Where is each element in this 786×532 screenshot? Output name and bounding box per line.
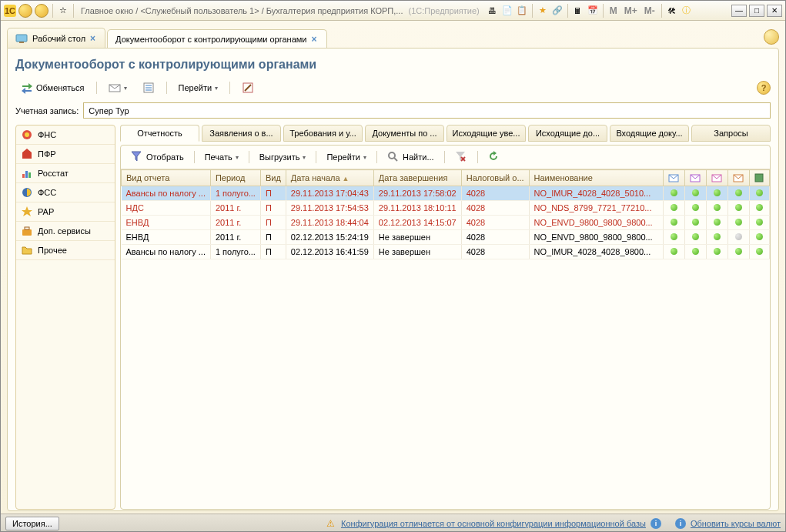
table-row[interactable]: НДС2011 г.П29.11.2013 17:54:5329.11.2013… <box>122 201 770 216</box>
calc-icon[interactable]: 🖩 <box>572 5 584 17</box>
svg-rect-12 <box>22 152 32 159</box>
minimize-button[interactable]: — <box>731 5 747 17</box>
desktop-icon <box>15 32 28 45</box>
table-row[interactable]: ЕНВД2011 г.П02.12.2013 15:24:19Не заверш… <box>122 230 770 245</box>
status-dot <box>756 248 763 255</box>
goto-button[interactable]: Перейти▾ <box>173 81 224 95</box>
subtab-documents[interactable]: Документы по ... <box>365 125 444 142</box>
col-report-type[interactable]: Вид отчета <box>122 170 211 186</box>
data-grid[interactable]: Вид отчета Период Вид Дата начала▲ Дата … <box>121 169 770 509</box>
tab-desktop[interactable]: Рабочий стол × <box>7 28 105 48</box>
status-dot <box>692 204 699 211</box>
sidebar-item-rosstat[interactable]: Росстат <box>16 164 115 183</box>
col-date-start[interactable]: Дата начала▲ <box>286 170 373 186</box>
update-rates-link[interactable]: Обновить курсы валют <box>691 519 781 528</box>
mail-button[interactable]: ▾ <box>103 79 132 96</box>
sidebar-item-services[interactable]: Доп. сервисы <box>16 222 115 241</box>
subtab-reports[interactable]: Отчетность <box>120 125 199 142</box>
maximize-button[interactable]: □ <box>749 5 764 17</box>
refresh-icon <box>488 151 500 163</box>
subtab-applications[interactable]: Заявления о в... <box>202 125 281 142</box>
tab-close-icon[interactable]: × <box>90 33 95 44</box>
clear-filter-button[interactable] <box>450 149 473 166</box>
clipboard-icon[interactable]: 📋 <box>516 5 528 17</box>
tab-close-icon[interactable]: × <box>312 34 317 45</box>
calendar-icon[interactable]: 📅 <box>587 5 599 17</box>
funnel-icon <box>131 151 143 163</box>
subtab-incoming[interactable]: Входящие доку... <box>610 125 689 142</box>
window-title: Главное окно / <Служебный пользователь 1… <box>81 6 403 15</box>
expand-button[interactable] <box>764 29 779 45</box>
star-icon[interactable]: ★ <box>537 5 549 17</box>
col-period[interactable]: Период <box>210 170 260 186</box>
config-warning-link[interactable]: Конфигурация отличается от основной конф… <box>341 519 646 528</box>
sidebar-item-fss[interactable]: ФСС <box>16 183 115 202</box>
col-status-4[interactable] <box>727 170 749 186</box>
col-status-1[interactable] <box>663 170 684 186</box>
find-button[interactable]: Найти... <box>382 149 440 166</box>
close-button[interactable]: ✕ <box>767 5 782 17</box>
col-kind[interactable]: Вид <box>260 170 286 186</box>
rosstat-icon <box>21 167 33 179</box>
sidebar-item-other[interactable]: Прочее <box>16 241 115 260</box>
col-status-2[interactable] <box>684 170 706 186</box>
nav-fwd-button[interactable] <box>35 4 48 18</box>
help-button[interactable]: ? <box>757 81 771 95</box>
export-button[interactable]: Выгрузить▾ <box>254 150 312 164</box>
table-row[interactable]: Авансы по налогу ...1 полуго...П29.11.20… <box>122 186 770 201</box>
table-row[interactable]: Авансы по налогу ...1 полуго...П02.12.20… <box>122 245 770 259</box>
col-date-end[interactable]: Дата завершения <box>373 170 461 186</box>
subtabs: Отчетность Заявления о в... Требования и… <box>120 125 771 142</box>
exchange-button[interactable]: Обменяться <box>15 79 90 96</box>
fns-icon <box>21 129 33 141</box>
subtab-queries[interactable]: Запросы <box>691 125 771 142</box>
link-icon[interactable]: 🔗 <box>551 5 564 17</box>
list-icon <box>142 82 155 94</box>
col-name[interactable]: Наименование <box>529 170 663 186</box>
list-button[interactable] <box>137 79 160 96</box>
subtab-requirements[interactable]: Требования и у... <box>283 125 363 142</box>
print-button[interactable]: Печать▾ <box>199 150 244 164</box>
subtab-outgoing-doc[interactable]: Исходящие до... <box>528 125 607 142</box>
account-input[interactable] <box>83 102 771 119</box>
m-button[interactable]: M <box>607 5 620 16</box>
status-dot <box>671 233 677 240</box>
history-button[interactable]: История... <box>5 517 59 530</box>
sidebar-item-pfr[interactable]: ПФР <box>16 145 115 164</box>
sort-asc-icon: ▲ <box>343 175 350 182</box>
edit-button[interactable] <box>236 79 259 96</box>
m-minus-button[interactable]: M- <box>642 5 657 16</box>
col-status-3[interactable] <box>706 170 727 186</box>
status-dot <box>671 189 677 196</box>
page-title: Документооборот с контролирующими органа… <box>15 58 771 72</box>
doc-icon[interactable]: 📄 <box>501 5 513 17</box>
status-dot <box>735 204 742 211</box>
filter-button[interactable]: Отобрать <box>125 149 189 166</box>
info-icon[interactable]: ⓘ <box>681 5 693 17</box>
status-dot <box>756 233 763 240</box>
svg-line-21 <box>394 158 397 161</box>
nav-back-button[interactable] <box>18 4 32 18</box>
col-tax-org[interactable]: Налоговый о... <box>461 170 529 186</box>
status-dot <box>692 248 699 255</box>
subtab-outgoing-notif[interactable]: Исходящие уве... <box>447 125 526 142</box>
col-status-5[interactable] <box>749 170 769 186</box>
warning-icon: ⚠ <box>326 518 336 529</box>
printer-icon[interactable]: 🖶 <box>487 5 499 17</box>
tab-label: Документооборот с контролирующими органа… <box>115 35 306 44</box>
m-plus-button[interactable]: M+ <box>622 5 640 16</box>
sidebar-item-rar[interactable]: РАР <box>16 202 115 222</box>
sidebar-item-fns[interactable]: ФНС <box>16 125 115 145</box>
rar-icon <box>21 206 33 218</box>
svg-rect-2 <box>16 35 27 42</box>
status-dot <box>671 219 677 226</box>
tools-icon[interactable]: 🛠 <box>666 5 678 17</box>
favorite-icon[interactable]: ☆ <box>57 5 69 17</box>
goto-button-2[interactable]: Перейти▾ <box>321 150 372 164</box>
tab-documents[interactable]: Документооборот с контролирующими органа… <box>107 29 326 48</box>
sidebar: ФНС ПФР Росстат ФСС РАР Доп. сервисы Про… <box>15 125 115 510</box>
svg-point-11 <box>25 132 29 137</box>
table-row[interactable]: ЕНВД2011 г.П29.11.2013 18:44:0402.12.201… <box>122 216 770 230</box>
svg-rect-15 <box>28 172 31 178</box>
refresh-button[interactable] <box>483 149 506 166</box>
